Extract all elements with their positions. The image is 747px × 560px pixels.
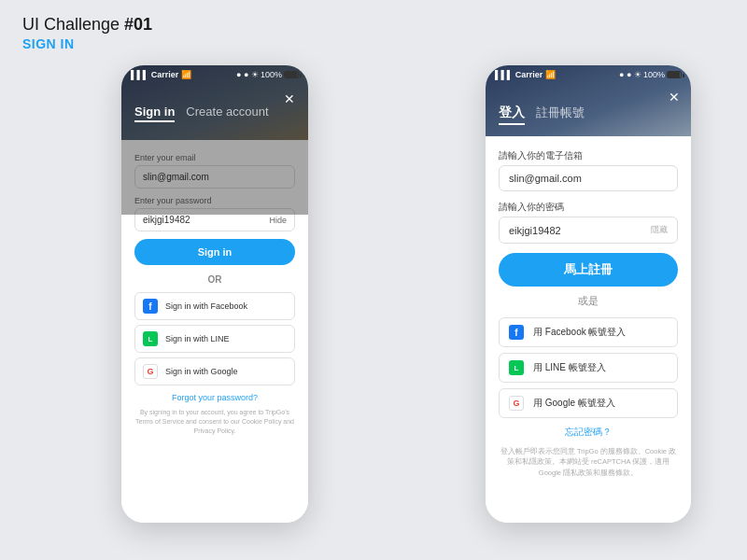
close-button-right[interactable]: ✕ (669, 90, 680, 105)
password-input-right[interactable]: eikjgi19482 隱藏 (499, 217, 678, 244)
or-divider-right: 或是 (499, 294, 678, 308)
facebook-register-btn[interactable]: f 用 Facebook 帳號登入 (499, 317, 678, 347)
content-right: 請輸入你的電子信箱 slin@gmail.com 請輸入你的密碼 eikjgi1… (486, 136, 691, 523)
facebook-btn-label: Sign in with Facebook (165, 301, 247, 311)
facebook-icon-right: f (509, 325, 524, 340)
facebook-zh-label: 用 Facebook 帳號登入 (533, 326, 626, 339)
google-icon-right: G (509, 396, 524, 411)
forgot-password-link-right[interactable]: 忘記密碼？ (499, 426, 678, 439)
hide-password-btn-right[interactable]: 隱藏 (651, 224, 668, 236)
status-bar-left: ▌▌▌ Carrier 📶 ● ● ☀ 100% (121, 65, 308, 84)
close-button-left[interactable]: ✕ (280, 90, 299, 108)
phone-left: ▌▌▌ Carrier 📶 ● ● ☀ 100% ✕ Sign in Creat… (121, 65, 308, 523)
tab-register-zh[interactable]: 註冊帳號 (536, 105, 585, 125)
google-register-btn[interactable]: G 用 Google 帳號登入 (499, 388, 678, 418)
google-zh-label: 用 Google 帳號登入 (533, 397, 615, 410)
google-signin-btn[interactable]: G Sign in with Google (134, 357, 295, 385)
email-input-right[interactable]: slin@gmail.com (499, 165, 678, 191)
line-icon-right: L (509, 360, 524, 375)
battery-status-right: ● ● ☀ 100% (619, 70, 682, 79)
tabs-right: 登入 註冊帳號 (499, 105, 585, 125)
signin-button[interactable]: Sign in (134, 239, 295, 265)
facebook-icon: f (143, 299, 158, 314)
forgot-password-link-left[interactable]: Forgot your password? (134, 393, 295, 402)
carrier-left: ▌▌▌ Carrier 📶 (131, 70, 191, 79)
page-subtitle: SIGN IN (22, 36, 152, 51)
terms-text-right: 登入帳戶即表示您同意 TripGo 的服務條款、Cookie 政策和私隱政策。本… (499, 446, 678, 478)
tabs-left: Sign in Create account (134, 105, 269, 122)
hero-overlay (121, 65, 308, 215)
google-btn-label: Sign in with Google (165, 367, 238, 376)
email-label-right: 請輸入你的電子信箱 (499, 149, 678, 162)
register-button[interactable]: 馬上註冊 (499, 253, 678, 287)
page-title: UI Challenge #01 (22, 15, 152, 35)
tab-create-account[interactable]: Create account (186, 105, 268, 122)
status-bar-right: ▌▌▌ Carrier 📶 ● ● ☀ 100% (486, 65, 691, 84)
line-signin-btn[interactable]: L Sign in with LINE (134, 325, 295, 353)
password-label-right: 請輸入你的密碼 (499, 201, 678, 214)
carrier-right: ▌▌▌ Carrier 📶 (495, 70, 556, 79)
page-header: UI Challenge #01 SIGN IN (22, 15, 152, 51)
tab-signin[interactable]: Sign in (134, 105, 175, 122)
or-divider-left: OR (134, 274, 295, 285)
phone-right: ▌▌▌ Carrier 📶 ● ● ☀ 100% ✕ 登入 註冊帳號 請輸入你的… (486, 65, 691, 523)
line-zh-label: 用 LINE 帳號登入 (533, 361, 606, 374)
line-icon: L (143, 331, 158, 346)
line-btn-label: Sign in with LINE (165, 334, 230, 343)
facebook-signin-btn[interactable]: f Sign in with Facebook (134, 292, 295, 320)
google-icon: G (143, 364, 158, 379)
hide-password-btn-left[interactable]: Hide (269, 216, 287, 225)
terms-text-left: By signing in to your account, you agree… (134, 408, 295, 435)
tab-login-zh[interactable]: 登入 (499, 105, 525, 125)
line-register-btn[interactable]: L 用 LINE 帳號登入 (499, 353, 678, 383)
battery-status-left: ● ● ☀ 100% (236, 70, 299, 79)
